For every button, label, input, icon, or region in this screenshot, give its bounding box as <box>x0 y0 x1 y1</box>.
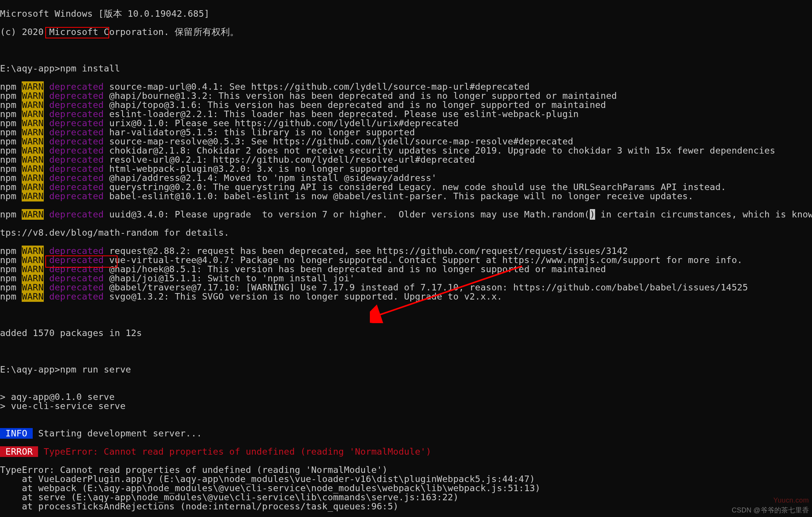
watermark-csdn: CSDN @爷爷的茶七里香 <box>732 506 809 515</box>
warn-badge: WARN <box>22 191 43 201</box>
cursor: ) <box>590 209 595 220</box>
npm-warn-line: npm WARN deprecated @hapi/topo@3.1.6: Th… <box>0 100 812 109</box>
typed-command: npm run serve <box>60 364 131 375</box>
npm-warn-line: npm WARN deprecated @hapi/joi@15.1.1: Sw… <box>0 274 812 283</box>
npm-warn-line: npm WARN deprecated @hapi/hoek@8.5.1: Th… <box>0 265 812 274</box>
blank <box>0 46 812 55</box>
error-message: TypeError: Cannot read properties of und… <box>38 446 431 457</box>
serve-output: > aqy-app@0.1.0 serve <box>0 392 812 401</box>
npm-warn-line: npm WARN deprecated html-webpack-plugin@… <box>0 164 812 173</box>
stack-trace-line: at processTicksAndRejections (node:inter… <box>0 502 812 511</box>
deprecated-label: deprecated <box>44 191 104 201</box>
os-header-2: (c) 2020 Microsoft Corporation. 保留所有权利。 <box>0 27 812 36</box>
info-badge: INFO <box>0 428 33 439</box>
stack-trace-line: at VueLoaderPlugin.apply (E:\aqy-app\nod… <box>0 474 812 484</box>
npm-warn-line: npm WARN deprecated @hapi/bourne@1.3.2: … <box>0 91 812 100</box>
warn-badge: WARN <box>22 291 43 302</box>
npm-warn-line: npm WARN deprecated eslint-loader@2.2.1:… <box>0 109 812 119</box>
warn-badge: WARN <box>22 209 43 220</box>
os-header-1: Microsoft Windows [版本 10.0.19042.685] <box>0 9 812 18</box>
terminal-window[interactable]: Microsoft Windows [版本 10.0.19042.685] (c… <box>0 0 812 517</box>
error-line: ERROR TypeError: Cannot read properties … <box>0 447 812 456</box>
prompt-path: E:\aqy-app> <box>0 63 60 74</box>
npm-warn-line: npm WARN deprecated @hapi/address@2.1.4:… <box>0 173 812 182</box>
serve-output: > vue-cli-service serve <box>0 401 812 411</box>
npm-warn-line: npm WARN deprecated svgo@1.3.2: This SVG… <box>0 292 812 301</box>
npm-warn-line: npm WARN deprecated urix@0.1.0: Please s… <box>0 119 812 128</box>
typed-command: npm install <box>60 63 120 74</box>
npm-warn-line: npm WARN deprecated source-map-resolve@0… <box>0 137 812 146</box>
npm-warn-line: npm WARN deprecated har-validator@5.1.5:… <box>0 128 812 137</box>
npm-warn-line: npm WARN deprecated babel-eslint@10.1.0:… <box>0 192 812 201</box>
deprecated-label: deprecated <box>44 209 104 220</box>
prompt-line-1[interactable]: E:\aqy-app>npm install <box>0 64 812 73</box>
deprecated-label: deprecated <box>44 291 104 302</box>
npm-warn-line: npm WARN deprecated querystring@0.2.0: T… <box>0 182 812 192</box>
npm-warn-line: npm WARN deprecated source-map-url@0.4.1… <box>0 82 812 91</box>
prompt-line-2[interactable]: E:\aqy-app>npm run serve <box>0 365 812 374</box>
stack-trace-line: TypeError: Cannot read properties of und… <box>0 465 812 474</box>
prompt-path: E:\aqy-app> <box>0 364 60 375</box>
watermark-yuucn: Yuucn.com <box>773 496 809 505</box>
added-line: added 1570 packages in 12s <box>0 328 812 338</box>
npm-warn-line: npm WARN deprecated @babel/traverse@7.17… <box>0 283 812 292</box>
npm-warn-line: npm WARN deprecated request@2.88.2: requ… <box>0 246 812 255</box>
error-badge: ERROR <box>0 446 38 457</box>
blank <box>0 310 812 319</box>
serve-output <box>0 411 812 420</box>
npm-warn-line: npm WARN deprecated uuid@3.4.0: Please u… <box>0 210 812 219</box>
serve-output <box>0 383 812 392</box>
stack-trace-line: at webpack (E:\aqy-app\node_modules\@vue… <box>0 484 812 493</box>
npm-warn-line: npm WARN deprecated chokidar@2.1.8: Chok… <box>0 146 812 155</box>
stack-trace-line: at serve (E:\aqy-app\node_modules\@vue\c… <box>0 493 812 502</box>
uuid-cont: tps://v8.dev/blog/math-random for detail… <box>0 228 812 237</box>
info-line: INFO Starting development server... <box>0 429 812 438</box>
blank <box>0 347 812 356</box>
npm-warn-line: npm WARN deprecated resolve-url@0.2.1: h… <box>0 155 812 164</box>
npm-warn-line: npm WARN deprecated vue-virtual-tree@4.0… <box>0 255 812 265</box>
